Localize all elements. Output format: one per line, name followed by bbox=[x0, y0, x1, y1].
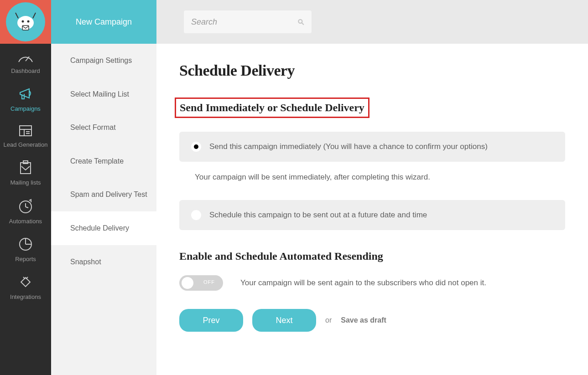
nav-automations[interactable]: Automations bbox=[0, 191, 51, 230]
icon-sidebar: Dashboard Campaigns Lead Generation Mail… bbox=[0, 0, 51, 375]
nav-label: Reports bbox=[15, 256, 36, 262]
nav-label: Automations bbox=[9, 218, 42, 225]
content: Schedule Delivery Send Immediately or Sc… bbox=[156, 44, 588, 375]
nav-label: Campaigns bbox=[10, 105, 41, 112]
svg-rect-5 bbox=[20, 126, 31, 136]
steps-sidebar: New Campaign Campaign Settings Select Ma… bbox=[51, 0, 156, 375]
next-button[interactable]: Next bbox=[252, 309, 316, 332]
nav-label: Mailing lists bbox=[10, 179, 41, 186]
resend-toggle[interactable]: OFF bbox=[179, 275, 223, 291]
newspaper-icon bbox=[18, 124, 33, 138]
clipboard-mail-icon bbox=[18, 160, 33, 175]
search-box bbox=[184, 10, 312, 33]
page-title: Schedule Delivery bbox=[179, 62, 565, 79]
nav-label: Integrations bbox=[10, 293, 41, 300]
prev-button[interactable]: Prev bbox=[179, 309, 243, 332]
svg-line-14 bbox=[26, 207, 28, 208]
logo[interactable] bbox=[0, 0, 51, 44]
gauge-icon bbox=[17, 50, 34, 64]
svg-rect-3 bbox=[22, 26, 29, 30]
step-select-mailing-list[interactable]: Select Mailing List bbox=[51, 77, 156, 111]
svg-point-1 bbox=[22, 21, 24, 23]
main: Schedule Delivery Send Immediately or Sc… bbox=[156, 0, 588, 375]
clock-arrow-icon bbox=[17, 198, 34, 214]
logo-icon bbox=[6, 2, 45, 41]
radio-dot-icon bbox=[194, 144, 198, 149]
option-schedule-future[interactable]: Schedule this campaign to be sent out at… bbox=[179, 200, 565, 230]
toggle-knob-icon bbox=[182, 277, 193, 289]
nav-integrations[interactable]: Integrations bbox=[0, 268, 51, 306]
nav-dashboard[interactable]: Dashboard bbox=[0, 44, 51, 80]
send-section-title: Send Immediately or Schedule Delivery bbox=[180, 102, 364, 114]
step-schedule-delivery[interactable]: Schedule Delivery bbox=[51, 211, 156, 245]
megaphone-icon bbox=[17, 86, 34, 102]
step-campaign-settings[interactable]: Campaign Settings bbox=[51, 44, 156, 77]
step-create-template[interactable]: Create Template bbox=[51, 144, 156, 178]
option-schedule-future-label: Schedule this campaign to be sent out at… bbox=[209, 211, 427, 220]
plug-icon bbox=[18, 274, 33, 290]
or-text: or bbox=[325, 316, 332, 324]
steps-header: New Campaign bbox=[51, 0, 156, 44]
radio-unselected[interactable] bbox=[191, 210, 201, 220]
nav-label: Lead Generation bbox=[4, 141, 48, 148]
svg-point-2 bbox=[27, 21, 30, 23]
svg-rect-10 bbox=[21, 163, 31, 174]
radio-selected[interactable] bbox=[191, 142, 201, 152]
nav-label: Dashboard bbox=[11, 67, 40, 74]
step-snapshot[interactable]: Snapshot bbox=[51, 245, 156, 279]
send-section-title-highlight: Send Immediately or Schedule Delivery bbox=[175, 98, 369, 118]
footer-buttons: Prev Next or Save as draft bbox=[179, 309, 565, 332]
svg-line-19 bbox=[23, 277, 25, 279]
nav-reports[interactable]: Reports bbox=[0, 230, 51, 268]
top-bar bbox=[156, 0, 588, 44]
save-draft-link[interactable]: Save as draft bbox=[341, 316, 386, 324]
toggle-state-label: OFF bbox=[203, 279, 215, 285]
svg-line-22 bbox=[302, 23, 303, 24]
option-send-immediately-label: Send this campaign immediately (You will… bbox=[209, 142, 488, 151]
option-send-immediately-help: Your campaign will be sent immediately, … bbox=[179, 173, 565, 182]
step-spam-delivery-test[interactable]: Spam and Delivery Test bbox=[51, 178, 156, 211]
svg-line-20 bbox=[26, 277, 28, 279]
search-input[interactable] bbox=[191, 17, 297, 27]
search-icon[interactable] bbox=[297, 16, 304, 28]
resend-section-title: Enable and Schedule Automated Resending bbox=[179, 250, 565, 262]
pie-icon bbox=[18, 236, 33, 252]
option-send-immediately[interactable]: Send this campaign immediately (You will… bbox=[179, 132, 565, 162]
svg-rect-18 bbox=[21, 277, 30, 287]
nav-campaigns[interactable]: Campaigns bbox=[0, 80, 51, 118]
resend-row: OFF Your campaign will be sent again to … bbox=[179, 275, 565, 291]
resend-description: Your campaign will be sent again to the … bbox=[240, 278, 486, 288]
nav-mailing-lists[interactable]: Mailing lists bbox=[0, 154, 51, 191]
step-select-format[interactable]: Select Format bbox=[51, 111, 156, 144]
nav-lead-generation[interactable]: Lead Generation bbox=[0, 118, 51, 154]
